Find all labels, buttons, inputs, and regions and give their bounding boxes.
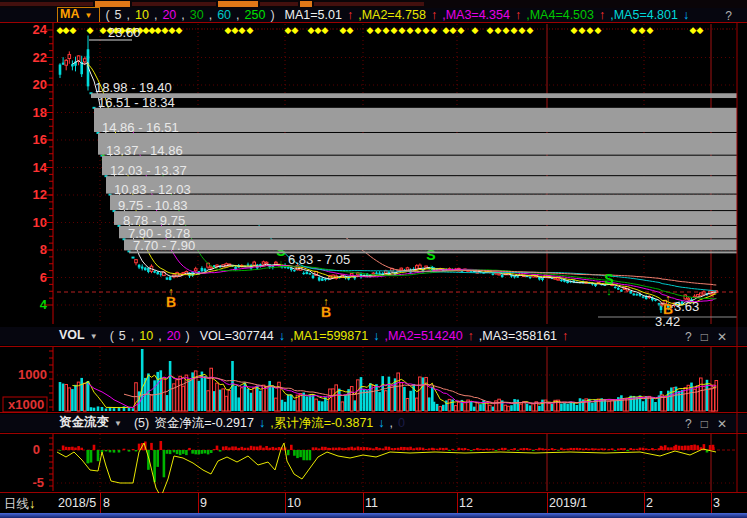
svg-text:◆: ◆ bbox=[415, 25, 422, 35]
svg-text:◆: ◆ bbox=[70, 25, 77, 35]
svg-text:◆: ◆ bbox=[247, 25, 254, 35]
date-axis: 日线↓ 2018/5891011122019/123 bbox=[0, 493, 747, 513]
date-label: 2 bbox=[646, 496, 653, 510]
svg-text:◆: ◆ bbox=[519, 25, 526, 35]
svg-text:10.83 - 12.03: 10.83 - 12.03 bbox=[114, 182, 191, 197]
period-selector[interactable]: 日线↓ bbox=[4, 496, 35, 513]
svg-text:◆: ◆ bbox=[690, 25, 697, 35]
event-diamond-markers[interactable]: ◆◆◆◆◆◆◆◆◆◆◆◆◆◆◆◆◆◆◆◆◆◆◆◆◆◆◆◆◆◆◆◆◆◆◆◆◆◆◆◆… bbox=[57, 25, 737, 35]
svg-text:◆: ◆ bbox=[407, 25, 414, 35]
date-separator bbox=[547, 493, 548, 513]
date-separator bbox=[285, 493, 286, 513]
svg-text:◆: ◆ bbox=[423, 25, 430, 35]
date-separator bbox=[457, 493, 458, 513]
svg-text:◆: ◆ bbox=[495, 25, 502, 35]
svg-text:◆: ◆ bbox=[315, 25, 322, 35]
date-label: 12 bbox=[459, 496, 473, 510]
svg-text:13.37 - 14.86: 13.37 - 14.86 bbox=[106, 143, 183, 158]
svg-text:↓: ↓ bbox=[606, 285, 612, 297]
svg-text:◆: ◆ bbox=[503, 25, 510, 35]
svg-text:◆: ◆ bbox=[443, 25, 450, 35]
svg-text:◆: ◆ bbox=[391, 25, 398, 35]
svg-text:7.70 - 7.90: 7.70 - 7.90 bbox=[133, 238, 195, 253]
date-label: 8 bbox=[103, 496, 110, 510]
svg-text:◆: ◆ bbox=[383, 25, 390, 35]
trading-terminal-window: MA▼ (5,10,20,30,60,250) MA1=5.01↑,MA2=4.… bbox=[0, 0, 747, 518]
svg-text:◆: ◆ bbox=[511, 25, 518, 35]
svg-text:◆: ◆ bbox=[169, 25, 176, 35]
svg-text:◆: ◆ bbox=[487, 25, 494, 35]
svg-text:↓: ↓ bbox=[428, 261, 434, 273]
svg-text:◆: ◆ bbox=[458, 25, 465, 35]
svg-text:◆: ◆ bbox=[431, 25, 438, 35]
svg-text:◆: ◆ bbox=[367, 25, 374, 35]
date-label: 2019/1 bbox=[549, 496, 587, 510]
svg-text:◆: ◆ bbox=[347, 25, 354, 35]
svg-text:◆: ◆ bbox=[308, 25, 315, 35]
date-label: 2018/5 bbox=[58, 496, 96, 510]
svg-text:◆: ◆ bbox=[176, 25, 183, 35]
svg-text:◆: ◆ bbox=[375, 25, 382, 35]
svg-text:◆: ◆ bbox=[697, 25, 704, 35]
date-label: 10 bbox=[287, 496, 301, 510]
taskbar-edge bbox=[0, 513, 747, 518]
date-separator bbox=[363, 493, 364, 513]
svg-text:◆: ◆ bbox=[399, 25, 406, 35]
svg-text:◆: ◆ bbox=[87, 25, 94, 35]
svg-text:9.75 - 10.83: 9.75 - 10.83 bbox=[118, 198, 187, 213]
svg-text:◆: ◆ bbox=[225, 25, 232, 35]
date-separator bbox=[100, 493, 101, 513]
svg-text:◆: ◆ bbox=[527, 25, 534, 35]
date-separator bbox=[711, 493, 712, 513]
svg-text:18.98 - 19.40: 18.98 - 19.40 bbox=[95, 80, 172, 95]
svg-text:↑: ↑ bbox=[665, 292, 671, 304]
svg-text:◆: ◆ bbox=[285, 25, 292, 35]
svg-text:◆: ◆ bbox=[155, 25, 162, 35]
svg-text:◆: ◆ bbox=[450, 25, 457, 35]
svg-text:14.86 - 16.51: 14.86 - 16.51 bbox=[102, 120, 179, 135]
chart-canvas[interactable]: ◆◆◆◆◆◆◆◆◆◆◆◆◆◆◆◆◆◆◆◆◆◆◆◆◆◆◆◆◆◆◆◆◆◆◆◆◆◆◆◆… bbox=[0, 0, 747, 513]
svg-text:↑: ↑ bbox=[323, 295, 329, 307]
svg-text:◆: ◆ bbox=[631, 25, 638, 35]
svg-text:◆: ◆ bbox=[100, 25, 107, 35]
date-label: 11 bbox=[365, 496, 378, 510]
volume-chart[interactable]: 1000x1000 bbox=[3, 347, 737, 412]
svg-text:◆: ◆ bbox=[647, 25, 654, 35]
svg-text:◆: ◆ bbox=[472, 25, 479, 35]
svg-text:3.42: 3.42 bbox=[655, 314, 680, 329]
svg-text:◆: ◆ bbox=[63, 25, 70, 35]
svg-text:x1000: x1000 bbox=[8, 397, 44, 412]
svg-text:16.51 - 18.34: 16.51 - 18.34 bbox=[98, 95, 175, 110]
date-label: 9 bbox=[200, 496, 207, 510]
svg-text:◆: ◆ bbox=[292, 25, 299, 35]
svg-text:◆: ◆ bbox=[571, 25, 578, 35]
svg-text:3.63: 3.63 bbox=[674, 299, 699, 314]
date-label: 3 bbox=[713, 496, 720, 510]
svg-text:↓: ↓ bbox=[278, 257, 284, 269]
svg-text:0: 0 bbox=[33, 442, 40, 457]
svg-text:6.83 - 7.05: 6.83 - 7.05 bbox=[288, 252, 350, 267]
svg-text:◆: ◆ bbox=[639, 25, 646, 35]
svg-text:◆: ◆ bbox=[595, 25, 602, 35]
fundflow-chart[interactable]: 0-5 bbox=[32, 434, 737, 497]
svg-text:◆: ◆ bbox=[322, 25, 329, 35]
period-down-arrow-icon: ↓ bbox=[29, 497, 35, 511]
svg-text:◆: ◆ bbox=[587, 25, 594, 35]
date-separator bbox=[644, 493, 645, 513]
svg-text:◆: ◆ bbox=[162, 25, 169, 35]
svg-text:12.03 - 13.37: 12.03 - 13.37 bbox=[110, 163, 187, 178]
svg-text:◆: ◆ bbox=[239, 25, 246, 35]
svg-text:23.60: 23.60 bbox=[108, 25, 141, 40]
svg-text:◆: ◆ bbox=[232, 25, 239, 35]
svg-text:1000: 1000 bbox=[18, 367, 47, 382]
svg-text:◆: ◆ bbox=[340, 25, 347, 35]
gap-bands: 18.98 - 19.4016.51 - 18.3414.86 - 16.511… bbox=[91, 80, 737, 253]
svg-text:-5: -5 bbox=[32, 475, 44, 490]
svg-text:◆: ◆ bbox=[579, 25, 586, 35]
svg-text:↑: ↑ bbox=[168, 285, 174, 297]
date-separator bbox=[198, 493, 199, 513]
